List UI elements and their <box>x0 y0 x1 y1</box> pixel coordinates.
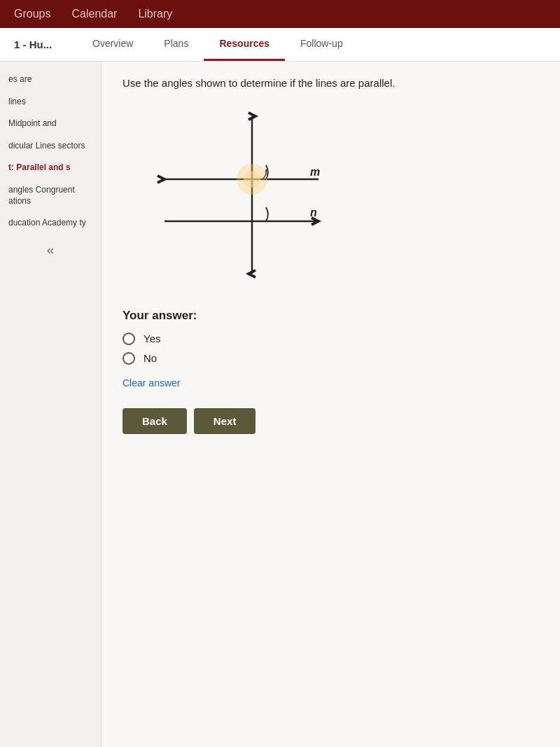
nav-tabs: Overview Plans Resources Follow-up <box>77 28 358 61</box>
tab-plans[interactable]: Plans <box>148 28 204 61</box>
radio-yes[interactable] <box>122 333 135 345</box>
course-title: 1 - Hu... <box>7 39 77 50</box>
sidebar-item-3[interactable]: dicular Lines sectors <box>0 135 101 158</box>
main-layout: es are lines Midpoint and dicular Lines … <box>0 62 560 747</box>
sidebar-item-4[interactable]: t: Parallel and s <box>0 157 101 179</box>
next-button[interactable]: Next <box>194 408 256 434</box>
button-row: Back Next <box>122 408 539 434</box>
clear-answer-link[interactable]: Clear answer <box>122 377 180 389</box>
tab-followup[interactable]: Follow-up <box>285 28 358 61</box>
sidebar: es are lines Midpoint and dicular Lines … <box>0 62 102 747</box>
label-no: No <box>144 352 157 364</box>
option-no[interactable]: No <box>122 352 539 365</box>
nav-calendar[interactable]: Calendar <box>71 8 117 20</box>
back-button[interactable]: Back <box>122 408 187 434</box>
radio-no[interactable] <box>122 352 135 365</box>
top-nav: Groups Calendar Library <box>0 0 560 28</box>
second-nav: 1 - Hu... Overview Plans Resources Follo… <box>0 28 560 62</box>
question-text: Use the angles shown to determine if the… <box>122 76 539 92</box>
answer-section: Your answer: Yes No Clear answer Back Ne… <box>122 309 539 434</box>
nav-library[interactable]: Library <box>138 8 172 20</box>
answer-label: Your answer: <box>122 309 539 323</box>
option-yes[interactable]: Yes <box>122 333 539 345</box>
sidebar-item-2[interactable]: Midpoint and <box>0 113 101 135</box>
sidebar-item-0[interactable]: es are <box>0 69 101 91</box>
geometry-diagram: m n <box>122 106 346 288</box>
svg-point-4 <box>244 171 260 188</box>
tab-overview[interactable]: Overview <box>77 28 148 61</box>
sidebar-item-6[interactable]: ducation Academy ty <box>0 212 101 235</box>
label-yes: Yes <box>144 333 160 344</box>
content-area: Use the angles shown to determine if the… <box>102 62 560 747</box>
label-m: m <box>310 166 320 178</box>
sidebar-collapse-button[interactable]: « <box>0 235 101 266</box>
tab-resources[interactable]: Resources <box>204 28 285 61</box>
diagram-svg: m n <box>122 106 346 288</box>
sidebar-item-1[interactable]: lines <box>0 91 101 113</box>
nav-groups[interactable]: Groups <box>14 8 50 20</box>
sidebar-item-5[interactable]: angles Congruent ations <box>0 179 101 212</box>
label-n: n <box>310 207 317 218</box>
